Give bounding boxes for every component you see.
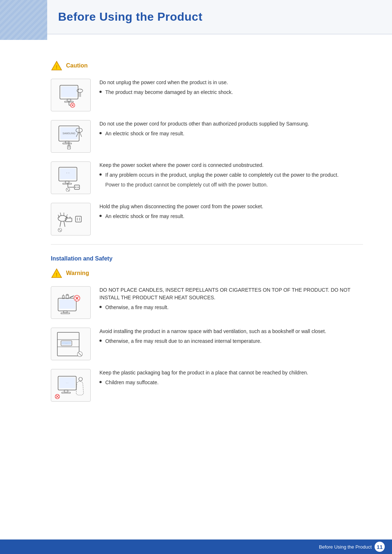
section-divider [51,244,363,245]
warning-item-2: · · Avoid installing the product in a na… [51,328,363,360]
svg-rect-60 [59,299,75,309]
svg-line-43 [60,221,61,227]
installation-safety-heading: Installation and Safety [51,255,363,262]
bullet-text: An electric shock or fire may result. [105,213,184,220]
caution-illus-4 [51,203,91,235]
bullet-dot [99,132,102,134]
svg-rect-7 [61,86,77,97]
caution-text-2: Do not use the power cord for products o… [99,120,363,138]
caution-main-3: Keep the power socket where the power co… [99,161,363,169]
caution-item-1: Do not unplug the power cord when the pr… [51,79,363,111]
bullet-dot [99,381,102,383]
bullet-text: The product may become damaged by an ele… [105,89,233,96]
warning-block: ! Warning [51,267,363,279]
warning-label: Warning [66,270,89,276]
page-footer: Before Using the Product 11 [0,539,392,554]
warning-main-2: Avoid installing the product in a narrow… [99,328,363,335]
caution-main-4: Hold the plug when disconnecting the pow… [99,203,363,210]
warning-illus-2: · · [51,328,91,360]
bullet-text: Otherwise, a fire may result due to an i… [105,337,261,345]
svg-point-37 [75,186,77,188]
caution-main-1: Do not unplug the power cord when the pr… [99,79,363,86]
caution-subtext-3-1: Power to the product cannot be completel… [105,181,363,189]
svg-line-29 [80,132,82,137]
bullet-text: Otherwise, a fire may result. [105,304,168,311]
bullet-dot [99,306,102,308]
warning-bullet-1-1: Otherwise, a fire may result. [99,304,363,311]
header-title-area: Before Using the Product [47,0,392,34]
header-stripe-bg [0,0,47,42]
warning-main-3: Keep the plastic packaging bag for the p… [99,369,363,377]
caution-illus-3: · · [51,161,91,194]
caution-block: ! Caution [51,60,363,71]
svg-rect-52 [75,216,81,222]
svg-rect-88 [62,392,70,393]
svg-rect-36 [74,185,79,189]
svg-rect-8 [67,99,71,101]
bullet-text: Children may suffocate. [105,379,159,386]
svg-text:· ·: · · [66,171,69,175]
bullet-dot [99,340,102,342]
bullet-dot [99,215,102,217]
svg-text:· ·: · · [66,342,67,344]
main-content: ! Caution [0,53,392,425]
bullet-dot [99,91,102,93]
warning-bullet-3-1: Children may suffocate. [99,379,363,386]
footer-text: Before Using the Product [319,544,372,550]
caution-item-2: SAMSUNG Do not use the power cord for pr… [51,120,363,153]
caution-bullet-1-1: The product may become damaged by an ele… [99,89,363,96]
warning-illus-1 [51,286,91,319]
caution-bullet-2-1: An electric shock or fire may result. [99,130,363,138]
warning-illus-3: · · [51,369,91,402]
svg-text:· ·: · · [66,382,68,384]
page-title: Before Using the Product [58,10,370,24]
caution-text-1: Do not unplug the power cord when the pr… [99,79,363,97]
svg-rect-33 [63,183,72,184]
bullet-text: If any problem occurs in the product, un… [105,171,339,179]
caution-icon: ! [51,60,62,71]
svg-line-65 [70,296,73,297]
svg-line-44 [64,221,65,227]
caution-text-3: Keep the power socket where the power co… [99,161,363,189]
caution-item-3: · · Keep the power socket where the powe… [51,161,363,194]
svg-rect-23 [63,143,72,144]
warning-item-1: DO NOT PLACE CANDLES, INSECT REPELLANTS … [51,286,363,319]
svg-line-66 [73,295,74,296]
svg-line-48 [66,214,68,217]
caution-item-4: Hold the plug when disconnecting the pow… [51,203,363,235]
bullet-dot [99,173,102,176]
warning-item-3: · · Keep the plastic packaging bag for t… [51,369,363,402]
caution-text-4: Hold the plug when disconnecting the pow… [99,203,363,221]
svg-point-38 [78,186,79,188]
caution-main-2: Do not use the power cord for products o… [99,120,363,128]
svg-text:!: ! [56,272,58,278]
svg-point-83 [79,377,82,381]
svg-rect-32 [65,181,69,183]
caution-label: Caution [66,62,88,69]
svg-rect-71 [61,313,70,314]
caution-illus-1 [51,79,91,111]
bullet-text: An electric shock or fire may result. [105,130,184,138]
caution-illus-2: SAMSUNG [51,120,91,153]
caution-bullet-3-1: If any problem occurs in the product, un… [99,171,363,179]
svg-text:SAMSUNG: SAMSUNG [62,132,75,135]
warning-text-3: Keep the plastic packaging bag for the p… [99,369,363,387]
warning-bullet-2-1: Otherwise, a fire may result due to an i… [99,337,363,345]
svg-text:!: ! [56,64,58,70]
caution-bullet-4-1: An electric shock or fire may result. [99,213,363,220]
page-number: 11 [375,542,385,552]
warning-text-1: DO NOT PLACE CANDLES, INSECT REPELLANTS … [99,286,363,312]
warning-icon: ! [51,267,62,279]
svg-line-46 [60,213,61,216]
svg-rect-3 [0,0,47,40]
page-header: Before Using the Product [0,0,392,42]
svg-rect-87 [64,390,68,392]
warning-text-2: Avoid installing the product in a narrow… [99,328,363,346]
warning-main-1: DO NOT PLACE CANDLES, INSECT REPELLANTS … [99,286,363,301]
